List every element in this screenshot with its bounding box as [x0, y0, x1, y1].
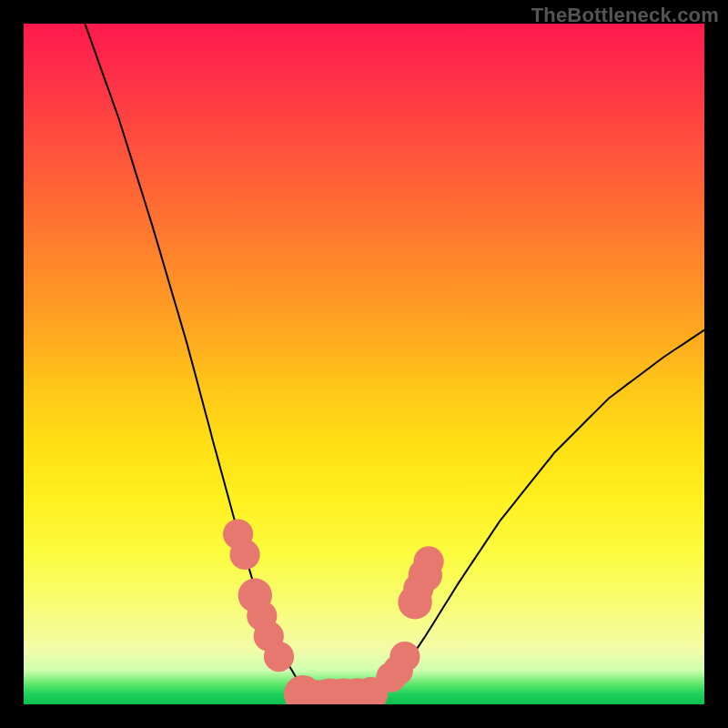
- data-markers: [223, 519, 444, 704]
- chart-svg: [24, 24, 704, 704]
- watermark: TheBottleneck.com: [531, 4, 719, 27]
- marker-point: [389, 642, 420, 672]
- chart-container: TheBottleneck.com: [0, 0, 728, 728]
- plot-area: [24, 24, 704, 704]
- marker-point: [230, 540, 260, 570]
- marker-point: [264, 642, 294, 672]
- bottleneck-curve: [85, 24, 704, 704]
- marker-point: [414, 546, 444, 576]
